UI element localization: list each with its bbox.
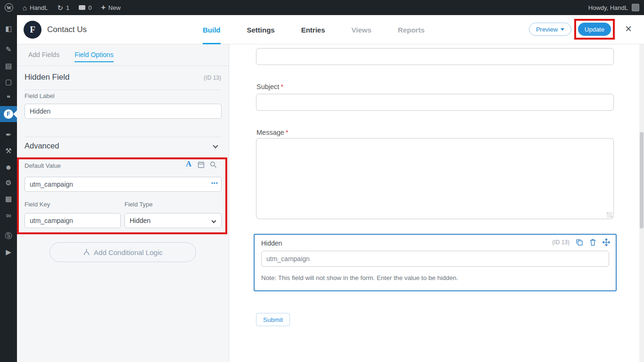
message-label-text: Message [256,129,284,136]
video-icon: ▶ [6,248,11,256]
text-format-icon[interactable]: A [186,159,191,169]
resize-handle[interactable] [607,212,612,218]
field-label-label: Field Label [25,92,55,99]
hidden-field-label: Hidden [261,239,282,247]
message-textarea[interactable] [256,138,614,219]
annotation-box-update: Update [574,19,615,40]
field-type-selected-value: Hidden [130,217,150,224]
panel-tabs: Add Fields Field Options [17,44,229,66]
advanced-section-header[interactable]: Advanced [25,141,59,150]
user-avatar[interactable] [632,4,639,11]
seo-icon: Ⓢ [5,231,12,240]
comments-icon [79,5,85,10]
preview-label: Preview [536,26,558,33]
tab-views[interactable]: Views [352,15,372,44]
delete-icon[interactable] [589,239,596,246]
branch-icon [83,248,90,256]
plugins-icon: ⚒ [5,147,11,155]
vertical-scrollbar[interactable] [639,44,644,362]
subject-label-text: Subject [256,83,279,90]
update-button[interactable]: Update [578,23,611,36]
subject-input[interactable] [256,94,614,111]
preview-button[interactable]: Preview [529,23,571,36]
comments-menu-icon: ❝ [7,94,10,102]
required-asterisk: * [286,129,289,136]
hidden-field-actions: (ID 13) [552,239,610,246]
field-label-input[interactable] [25,104,222,119]
conditional-logic-label: Add Conditional Logic [94,248,163,256]
top-field-input[interactable] [256,48,614,65]
users-icon: ☻ [5,163,12,171]
sidebar-item-pages[interactable]: ▢ [0,74,17,90]
plus-icon: + [101,4,105,11]
new-content-link[interactable]: + New [96,0,125,15]
selected-hidden-field[interactable]: Hidden (ID 13) [254,234,617,291]
media-icon: ▤ [5,62,12,70]
builder-header: F Contact Us Build Settings Entries View… [17,15,644,44]
chevron-down-icon[interactable] [213,143,218,148]
form-title: Contact Us [47,15,87,44]
sidebar-item-media[interactable]: ▤ [0,58,17,74]
field-key-input[interactable] [25,213,121,228]
sidebar-item-plugins[interactable]: ⚒ [0,143,17,159]
chevron-down-icon [212,219,216,223]
links-icon: ∞ [6,211,11,219]
modules-icon: ▦ [5,195,12,203]
divider [25,137,221,137]
sidebar-item-appearance[interactable]: ✒ [0,127,17,143]
search-icon[interactable] [210,161,217,170]
admin-bar-right: Howdy, HandL [588,4,644,11]
default-value-input[interactable] [25,177,222,192]
tab-build[interactable]: Build [203,15,221,44]
sidebar-item-modules[interactable]: ▦ [0,191,17,207]
formidable-logo: F [24,21,41,39]
message-label: Message* [256,129,289,136]
admin-bar-left: W ⌂ HandL ↻ 1 0 + New [0,0,125,15]
builder-tabs: Build Settings Entries Views Reports [203,15,425,44]
submit-button[interactable]: Submit [256,313,290,326]
sidebar-item-tools[interactable]: ⚙ [0,175,17,191]
sidebar-item-posts[interactable]: ✎ [0,41,17,58]
field-type-heading: Hidden Field [25,73,69,82]
sidebar-item-dashboard[interactable]: ◧ [0,21,17,37]
move-icon[interactable] [603,239,610,246]
sidebar-item-users[interactable]: ☻ [0,159,17,175]
tab-field-options[interactable]: Field Options [74,48,113,62]
tab-settings[interactable]: Settings [247,15,275,44]
form-preview-area: Subject* Message* Hidden (ID 13) [229,44,639,362]
new-label: New [108,4,121,11]
hidden-field-value-input[interactable] [261,251,609,267]
sidebar-item-video[interactable]: ▶ [0,244,17,260]
default-value-label: Default Value [25,162,61,169]
comments-link[interactable]: 0 [74,0,96,15]
ellipsis-menu-icon[interactable]: ••• [211,180,218,186]
field-key-label: Field Key [25,201,50,208]
add-conditional-logic-button[interactable]: Add Conditional Logic [50,242,196,262]
wp-logo-menu[interactable]: W [0,0,18,15]
site-name-link[interactable]: ⌂ HandL [18,0,52,15]
scrollbar-thumb[interactable] [640,132,644,229]
updates-icon: ↻ [57,4,63,11]
dashboard-icon: ◧ [5,25,12,33]
subject-label: Subject* [256,83,283,90]
duplicate-icon[interactable] [576,239,583,246]
field-id-badge: (ID 13) [204,74,221,81]
tab-entries[interactable]: Entries [301,15,325,44]
sidebar-item-links[interactable]: ∞ [0,207,17,223]
screen: W ⌂ HandL ↻ 1 0 + New Howdy, HandL [0,0,644,362]
site-name: HandL [30,4,48,11]
comments-count: 0 [88,4,91,11]
sidebar-item-comments[interactable]: ❝ [0,90,17,106]
hidden-field-id-badge: (ID 13) [552,239,570,246]
field-options-panel: Add Fields Field Options Hidden Field (I… [17,44,229,362]
updates-link[interactable]: ↻ 1 [52,0,74,15]
howdy-account-link[interactable]: Howdy, HandL [588,4,628,11]
calendar-icon[interactable] [198,161,205,170]
tab-reports[interactable]: Reports [398,15,425,44]
field-type-select[interactable]: Hidden [124,213,222,228]
wordpress-logo-icon: W [5,3,13,12]
sidebar-item-formidable[interactable]: F [0,106,17,122]
sidebar-item-seo[interactable]: Ⓢ [0,228,17,244]
close-icon[interactable]: × [625,23,632,34]
tab-add-fields[interactable]: Add Fields [28,48,59,62]
